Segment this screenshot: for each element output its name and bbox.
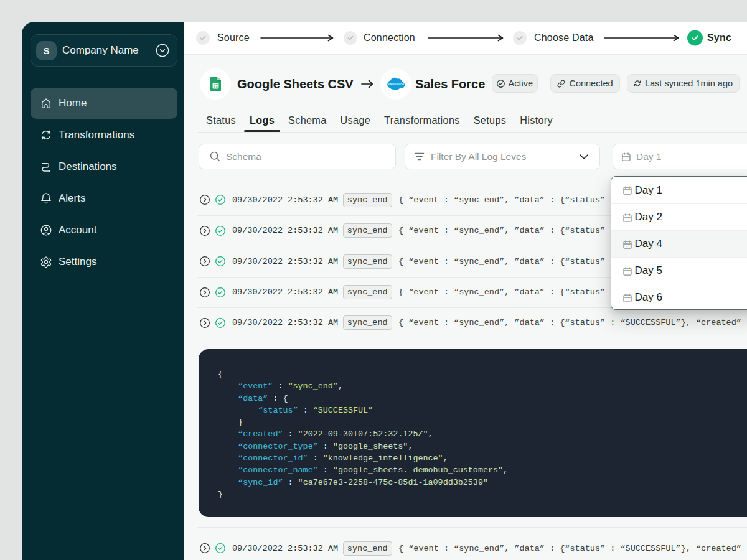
svg-text:salesforce: salesforce <box>388 82 404 86</box>
